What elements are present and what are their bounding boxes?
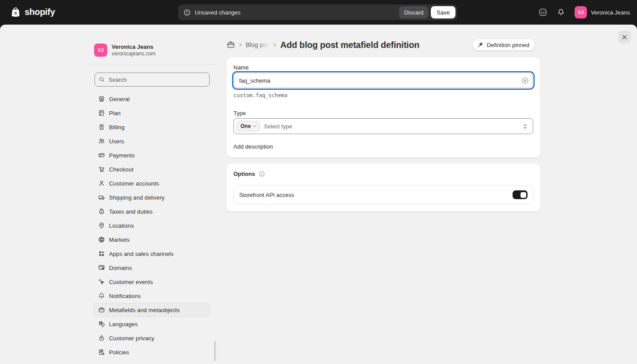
breadcrumb-chevron-icon bbox=[237, 42, 244, 48]
sidebar-item-apps-and-sales-channels[interactable]: Apps and sales channels bbox=[94, 247, 210, 261]
clear-name-icon[interactable] bbox=[521, 77, 529, 84]
discard-button[interactable]: Discard bbox=[399, 6, 428, 18]
sidebar-item-label: Customer events bbox=[109, 279, 153, 285]
sidebar-item-label: Locations bbox=[109, 222, 134, 229]
page-header: Blog pos Add blog post metafield definit… bbox=[226, 39, 540, 51]
storefront-api-row: Storefront API access bbox=[233, 185, 533, 204]
sidebar-item-label: Users bbox=[109, 138, 124, 145]
settings-sidebar: VJ Veronica Jeans veronicajeans.com Gene… bbox=[88, 40, 215, 364]
type-select[interactable]: One Select type bbox=[233, 118, 533, 134]
sidebar-item-users[interactable]: Users bbox=[94, 134, 210, 148]
chevron-down-icon bbox=[252, 124, 257, 129]
privacy-icon bbox=[98, 335, 105, 342]
shopify-logo[interactable]: S shopify bbox=[10, 6, 55, 18]
definition-card: Name custom.faq_schema Type One Select t… bbox=[226, 57, 540, 157]
cardinality-dropdown[interactable]: One bbox=[237, 121, 260, 131]
domains-icon bbox=[98, 264, 105, 271]
metafields-breadcrumb-icon bbox=[226, 40, 235, 49]
definition-pinned-button[interactable]: Definition pinned bbox=[473, 39, 535, 51]
options-card: Options Storefront API access bbox=[226, 164, 540, 211]
payments-icon bbox=[98, 152, 105, 159]
sidebar-item-label: Customer accounts bbox=[109, 180, 159, 187]
sidebar-item-taxes-and-duties[interactable]: Taxes and duties bbox=[94, 204, 210, 218]
user-menu[interactable]: VJ Veronica Jeans bbox=[575, 6, 630, 18]
checkout-icon bbox=[98, 166, 105, 173]
options-header: Options bbox=[233, 171, 533, 177]
user-name: Veronica Jeans bbox=[591, 9, 630, 16]
sidebar-item-label: Languages bbox=[109, 321, 138, 328]
save-button[interactable]: Save bbox=[431, 6, 455, 18]
sidebar-item-label: Policies bbox=[109, 349, 129, 356]
sidekick-icon[interactable] bbox=[539, 8, 547, 17]
sidebar-search bbox=[95, 73, 210, 87]
sidebar-item-policies[interactable]: Policies bbox=[94, 345, 210, 359]
shipping-icon bbox=[98, 194, 105, 201]
languages-icon bbox=[98, 320, 105, 328]
sidebar-item-shipping-and-delivery[interactable]: Shipping and delivery bbox=[94, 190, 210, 204]
sidebar-item-label: Taxes and duties bbox=[109, 208, 153, 215]
metafields-icon bbox=[98, 306, 105, 313]
plan-icon bbox=[98, 109, 105, 116]
sidebar-item-billing[interactable]: Billing bbox=[94, 120, 210, 134]
storefront-api-access-toggle[interactable] bbox=[513, 190, 528, 199]
page-title: Add blog post metafield definition bbox=[280, 40, 419, 50]
store-identity: Veronica Jeans veronicajeans.com bbox=[112, 43, 156, 57]
sidebar-item-customer-accounts[interactable]: Customer accounts bbox=[94, 176, 210, 190]
apps-icon bbox=[98, 250, 105, 257]
name-field bbox=[233, 73, 533, 88]
store-profile: VJ Veronica Jeans veronicajeans.com bbox=[88, 40, 215, 65]
sidebar-item-payments[interactable]: Payments bbox=[94, 148, 210, 162]
billing-icon bbox=[98, 124, 105, 131]
topbar: S shopify Unsaved changes Discard Save V… bbox=[0, 0, 637, 25]
policies-icon bbox=[98, 349, 105, 356]
sidebar-item-customer-privacy[interactable]: Customer privacy bbox=[94, 331, 210, 345]
sidebar-item-metafields-and-metaobjects[interactable]: Metafields and metaobjects bbox=[94, 303, 210, 317]
settings-workspace: VJ Veronica Jeans veronicajeans.com Gene… bbox=[0, 25, 637, 364]
close-button[interactable] bbox=[618, 31, 631, 44]
sidebar-item-general[interactable]: General bbox=[94, 92, 210, 106]
sidebar-item-label: Domains bbox=[109, 265, 132, 271]
shopify-bag-icon: S bbox=[10, 6, 22, 18]
close-icon bbox=[621, 33, 628, 41]
name-label: Name bbox=[233, 64, 533, 71]
sidebar-item-locations[interactable]: Locations bbox=[94, 218, 210, 233]
sidebar-item-label: Notifications bbox=[109, 293, 141, 299]
unsaved-alert-icon bbox=[183, 9, 191, 16]
sidebar-item-languages[interactable]: Languages bbox=[94, 317, 210, 331]
user-avatar: VJ bbox=[575, 6, 587, 18]
sidebar-item-checkout[interactable]: Checkout bbox=[94, 162, 210, 176]
storefront-api-label: Storefront API access bbox=[239, 192, 294, 198]
settings-nav: GeneralPlanBillingUsersPaymentsCheckoutC… bbox=[88, 92, 215, 359]
add-description-button[interactable]: Add description bbox=[233, 143, 273, 150]
sidebar-item-label: Apps and sales channels bbox=[109, 251, 174, 257]
sidebar-scrollbar[interactable] bbox=[214, 341, 216, 361]
select-updown-icon bbox=[522, 123, 528, 130]
breadcrumb-blog-posts[interactable]: Blog pos bbox=[246, 41, 269, 48]
sidebar-item-customer-events[interactable]: Customer events bbox=[94, 275, 210, 289]
notification-bell-icon[interactable] bbox=[557, 8, 565, 16]
sidebar-item-label: Shipping and delivery bbox=[109, 194, 164, 201]
info-icon[interactable] bbox=[258, 171, 265, 177]
topbar-right: VJ Veronica Jeans bbox=[539, 0, 630, 25]
sidebar-item-domains[interactable]: Domains bbox=[94, 261, 210, 275]
locations-icon bbox=[98, 222, 105, 229]
customer-accounts-icon bbox=[98, 180, 105, 187]
sidebar-item-label: Payments bbox=[109, 152, 135, 159]
sidebar-item-label: Customer privacy bbox=[109, 335, 154, 342]
taxes-icon bbox=[98, 208, 105, 215]
name-input[interactable] bbox=[234, 73, 533, 88]
store-icon bbox=[98, 95, 105, 102]
markets-icon bbox=[98, 236, 105, 243]
sidebar-item-label: Billing bbox=[109, 124, 124, 131]
sidebar-item-plan[interactable]: Plan bbox=[94, 106, 210, 120]
search-input[interactable] bbox=[95, 73, 210, 87]
sidebar-item-markets[interactable]: Markets bbox=[94, 233, 210, 247]
breadcrumb-chevron-icon bbox=[272, 42, 278, 48]
toggle-knob bbox=[521, 192, 526, 198]
shopify-wordmark: shopify bbox=[25, 7, 55, 17]
sidebar-item-notifications[interactable]: Notifications bbox=[94, 289, 210, 303]
shopify-admin: S shopify Unsaved changes Discard Save V… bbox=[0, 0, 637, 364]
main-content: Blog pos Add blog post metafield definit… bbox=[226, 39, 540, 211]
store-avatar: VJ bbox=[94, 44, 107, 57]
sidebar-item-label: Markets bbox=[109, 237, 130, 243]
